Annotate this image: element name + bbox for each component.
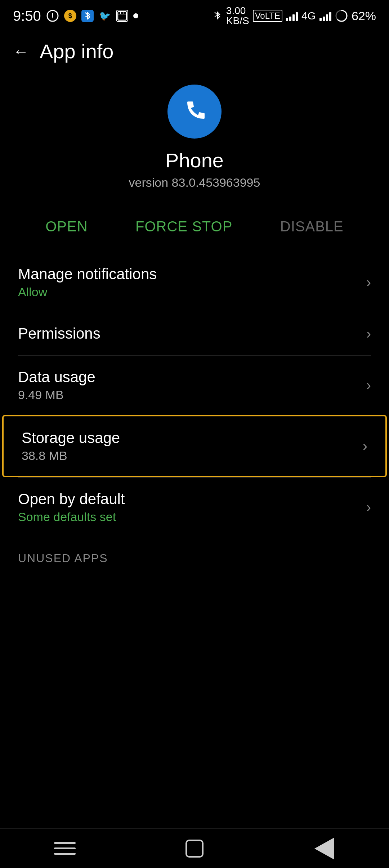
- battery-circle: [335, 9, 348, 22]
- manage-notifications-subtitle: Allow: [18, 285, 157, 299]
- nav-menu-button[interactable]: [50, 834, 79, 863]
- status-bar: 9:50 ! $ 🐦 3.00 KB/S VoLTE: [0, 0, 389, 29]
- open-by-default-title: Open by default: [18, 490, 125, 508]
- manage-notifications-content: Manage notifications Allow: [18, 266, 157, 299]
- status-right: 3.00 KB/S VoLTE 4G 62%: [213, 6, 376, 26]
- dot-icon: [133, 13, 138, 18]
- signal-bars-1: [286, 11, 298, 21]
- battery-percent: 62%: [352, 9, 376, 23]
- open-by-default-item[interactable]: Open by default Some defaults set ›: [0, 478, 389, 537]
- data-usage-title: Data usage: [18, 369, 95, 386]
- data-usage-content: Data usage 9.49 MB: [18, 369, 95, 402]
- app-name: Phone: [165, 149, 224, 172]
- twitter-icon: 🐦: [99, 10, 111, 22]
- app-version: version 83.0.453963995: [129, 176, 260, 190]
- volte-icon: VoLTE: [253, 10, 282, 22]
- status-left: 9:50 ! $ 🐦: [13, 8, 138, 24]
- open-by-default-subtitle: Some defaults set: [18, 510, 125, 524]
- hamburger-icon: [54, 842, 76, 855]
- alert-icon: !: [46, 9, 59, 22]
- chevron-right-icon-4: ›: [363, 438, 367, 454]
- force-stop-button[interactable]: Force stop: [125, 215, 243, 238]
- home-square-icon: [185, 840, 204, 858]
- svg-text:!: !: [52, 12, 54, 20]
- chevron-right-icon-2: ›: [366, 326, 371, 342]
- permissions-title: Permissions: [18, 325, 100, 342]
- storage-usage-item[interactable]: Storage usage 38.8 MB ›: [2, 415, 387, 477]
- chevron-right-icon: ›: [366, 274, 371, 290]
- chevron-right-icon-3: ›: [366, 377, 371, 393]
- nav-back-button[interactable]: [310, 834, 339, 863]
- network-type: 4G: [301, 10, 316, 22]
- permissions-content: Permissions: [18, 325, 100, 342]
- open-button[interactable]: Open: [35, 215, 98, 238]
- storage-usage-subtitle: 38.8 MB: [22, 449, 120, 463]
- app-icon: [167, 85, 222, 139]
- data-speed: 3.00 KB/S: [226, 6, 249, 26]
- signal-bars-2: [319, 11, 331, 21]
- app-icon-section: Phone version 83.0.453963995: [0, 70, 389, 208]
- storage-usage-content: Storage usage 38.8 MB: [22, 429, 120, 463]
- manage-notifications-item[interactable]: Manage notifications Allow ›: [0, 253, 389, 312]
- disable-button[interactable]: Disable: [269, 215, 354, 238]
- app-header: ← App info: [0, 29, 389, 70]
- calendar-icon: [116, 10, 128, 22]
- back-button[interactable]: ←: [13, 42, 29, 60]
- open-by-default-content: Open by default Some defaults set: [18, 490, 125, 524]
- phone-icon-svg: [180, 97, 209, 126]
- permissions-item[interactable]: Permissions ›: [0, 312, 389, 355]
- chevron-right-icon-5: ›: [366, 499, 371, 515]
- data-usage-item[interactable]: Data usage 9.49 MB ›: [0, 356, 389, 415]
- bt-icon-right: [213, 11, 223, 21]
- unused-apps-label: UNUSED APPS: [0, 537, 389, 572]
- action-buttons: Open Force stop Disable: [0, 208, 389, 253]
- storage-usage-title: Storage usage: [22, 429, 120, 447]
- data-usage-subtitle: 9.49 MB: [18, 388, 95, 402]
- svg-rect-2: [118, 12, 126, 20]
- bluetooth-icon: [81, 10, 94, 22]
- nav-home-button[interactable]: [180, 834, 209, 863]
- status-time: 9:50: [13, 8, 41, 24]
- page-title: App info: [40, 40, 114, 63]
- menu-section: Manage notifications Allow › Permissions…: [0, 253, 389, 572]
- manage-notifications-title: Manage notifications: [18, 266, 157, 283]
- back-triangle-icon: [314, 838, 334, 859]
- coin-icon: $: [64, 10, 76, 22]
- bottom-nav: [0, 828, 389, 868]
